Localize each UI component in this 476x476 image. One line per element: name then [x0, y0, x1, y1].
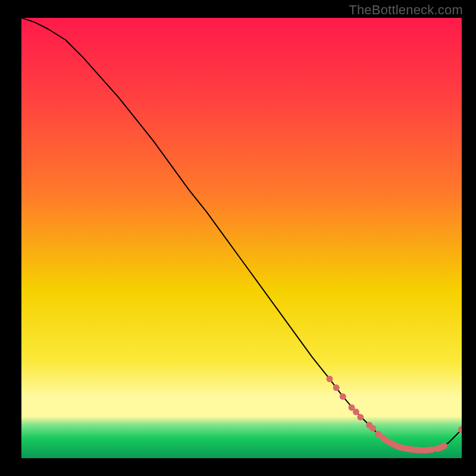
data-point — [353, 409, 359, 415]
data-point — [428, 446, 435, 453]
data-point — [327, 375, 333, 382]
bottleneck-curve-chart — [21, 18, 462, 458]
data-point — [441, 443, 447, 449]
data-point — [357, 414, 364, 421]
data-point — [333, 384, 340, 391]
data-point — [369, 425, 376, 431]
chart-background — [21, 18, 462, 458]
chart-container — [21, 18, 462, 458]
data-point — [340, 393, 346, 400]
watermark-text: TheBottleneck.com — [349, 2, 463, 18]
